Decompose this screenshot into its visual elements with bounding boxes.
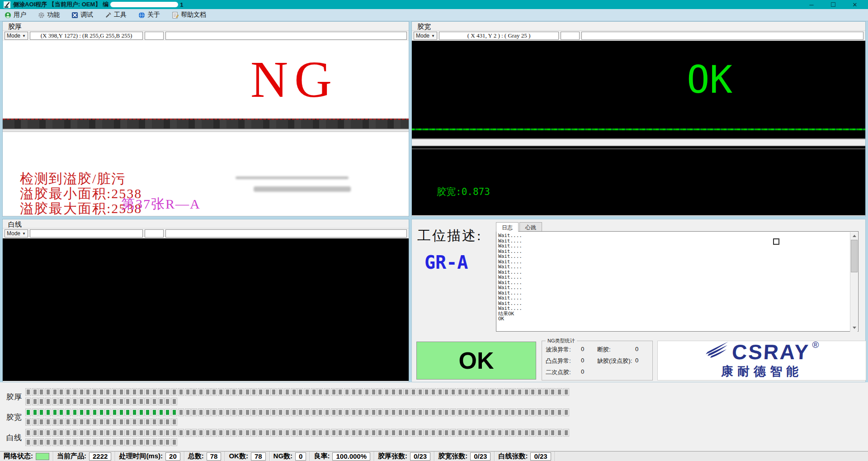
indicator-square (450, 409, 456, 416)
jiaohou-mode-dropdown[interactable]: Mode ▼ (5, 32, 28, 40)
baixian-info-box[interactable] (165, 229, 407, 238)
jiaohou-info-box[interactable] (165, 32, 407, 40)
ng-stat-value: 0 (581, 357, 597, 365)
indicator-square (132, 429, 137, 437)
jiaohou-image-canvas[interactable]: NG 检测到溢胶/脏污 溢胶最小面积:2538 溢胶最大面积:2538 第37张… (3, 41, 409, 215)
log-checkbox[interactable] (773, 238, 779, 245)
status-yield: 良率: 100.000% (310, 451, 374, 461)
indicator-square (65, 388, 71, 396)
indicator-square (25, 398, 31, 405)
log-list[interactable]: Wait....Wait....Wait....Wait....Wait....… (496, 231, 859, 332)
indicator-square (463, 409, 469, 416)
tab-heartbeat[interactable]: 心跳 (519, 222, 542, 231)
jiaokuan-info-box[interactable] (581, 32, 863, 40)
debug-icon (71, 12, 78, 19)
baixian-mode-dropdown[interactable]: Mode ▼ (5, 229, 28, 238)
registered-mark: ® (812, 340, 819, 350)
status-value: 2222 (89, 452, 111, 461)
indicator-square (165, 409, 170, 416)
scrollbar-thumb[interactable] (851, 240, 858, 272)
jiaokuan-aux-box[interactable] (561, 32, 580, 40)
indicator-square (151, 429, 157, 437)
scroll-up-button[interactable] (850, 232, 858, 240)
baixian-aux-box[interactable] (145, 229, 164, 238)
indicator-square (145, 418, 151, 426)
logo-brand-text: CSRAY (731, 342, 810, 362)
indicator-square (271, 429, 277, 437)
indicator-square (470, 429, 476, 437)
baixian-image-canvas[interactable] (3, 238, 409, 381)
overall-result-button[interactable]: OK (416, 342, 536, 380)
indicator-square (158, 418, 164, 426)
indicator-square (437, 409, 443, 416)
jiaohou-result-text: NG (250, 53, 338, 105)
indicator-square (351, 409, 357, 416)
indicator-square (291, 409, 297, 416)
indicator-square (457, 388, 463, 396)
indicator-square (45, 438, 51, 446)
indicator-square (92, 418, 98, 426)
indicator-square (424, 429, 429, 437)
indicator-square (92, 388, 98, 396)
about-icon (138, 12, 145, 19)
indicator-square (85, 418, 91, 426)
log-scrollbar[interactable] (850, 232, 858, 332)
jiaokuan-image-canvas[interactable]: OK 胶宽:0.873 (412, 41, 865, 215)
jiaokuan-mode-dropdown[interactable]: Mode ▼ (414, 32, 437, 40)
menu-item-tools[interactable]: 工具 (105, 11, 127, 19)
indicator-square (371, 388, 377, 396)
ng-stat-value: 0 (581, 346, 597, 354)
tab-log[interactable]: 日志 (496, 222, 519, 232)
title-bar: 侧涂AOI程序 【当前用户: OEM】 编 1 ─ ☐ ✕ (0, 0, 868, 9)
indicator-square (58, 429, 64, 437)
indicator-square (443, 429, 449, 437)
indicator-square (38, 418, 44, 426)
indicator-square (337, 429, 343, 437)
indicator-square (72, 429, 78, 437)
indicator-square (457, 409, 463, 416)
status-baixian-frames: 白线张数: 0/23 (495, 451, 555, 461)
menu-item-user[interactable]: 用户 (5, 11, 26, 19)
close-button[interactable]: ✕ (852, 1, 858, 8)
indicator-square (437, 429, 443, 437)
indicator-square (490, 429, 496, 437)
indicator-square (165, 418, 170, 426)
mode-label: Mode (7, 230, 20, 237)
indicator-square (32, 409, 38, 416)
redaction-blob (110, 2, 178, 7)
logo-subtitle: 康耐德智能 (721, 363, 802, 380)
indicator-square (477, 388, 483, 396)
maximize-button[interactable]: ☐ (830, 1, 836, 8)
indicator-square (430, 429, 436, 437)
indicator-square (271, 388, 277, 396)
window-title-suffix: 1 (180, 1, 183, 8)
status-label: 胶厚张数: (378, 452, 407, 461)
indicator-square (92, 409, 98, 416)
indicator-square (151, 438, 157, 446)
indicator-square (477, 409, 483, 416)
jiaohou-aux-box[interactable] (145, 32, 164, 40)
chevron-down-icon: ▼ (22, 34, 26, 38)
defect-line-1: 检测到溢胶/脏污 (20, 171, 142, 186)
indicator-square (99, 438, 104, 446)
menu-item-help[interactable]: 帮助文档 (172, 11, 206, 19)
indicator-square (344, 409, 350, 416)
indicator-square (32, 388, 38, 396)
indicator-square (132, 388, 137, 396)
indicator-square (38, 388, 44, 396)
ng-stats-title: NG类型统计 (546, 337, 577, 344)
menu-item-debug[interactable]: 调试 (71, 11, 93, 19)
scroll-down-button[interactable] (850, 324, 858, 332)
log-line: Wait.... (498, 233, 857, 238)
indicator-square (364, 388, 370, 396)
status-value: 0/23 (410, 452, 430, 461)
indicator-square (317, 409, 323, 416)
minimize-button[interactable]: ─ (808, 1, 815, 8)
indicator-square (543, 409, 549, 416)
indicator-square (45, 398, 51, 405)
indicator-square (357, 409, 363, 416)
menu-item-about[interactable]: 关于 (138, 11, 160, 19)
indicator-square (205, 409, 211, 416)
menu-item-function[interactable]: 功能 (38, 11, 60, 19)
indicator-square (517, 409, 523, 416)
